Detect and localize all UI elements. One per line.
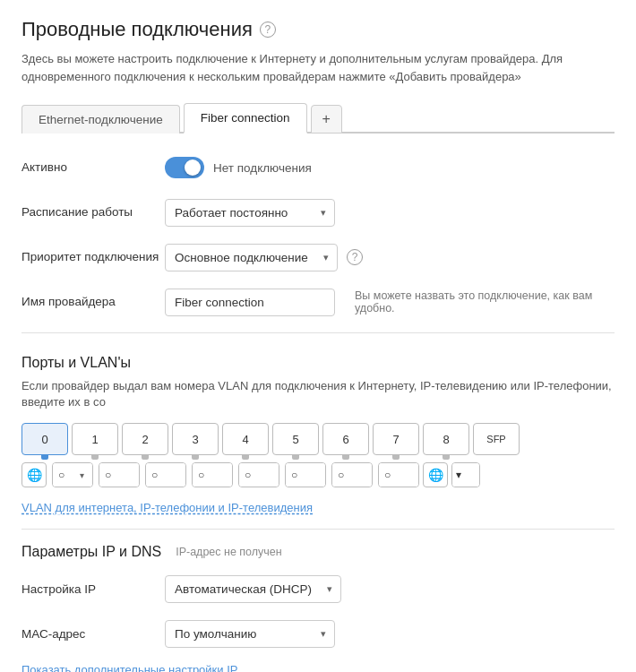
mac-select-wrap: По умолчанию ▾: [165, 620, 335, 648]
ip-select[interactable]: Автоматическая (DHCP): [165, 575, 341, 603]
port-2-select[interactable]: ○: [99, 462, 139, 487]
priority-select[interactable]: Основное подключение: [165, 244, 338, 271]
port-6-select[interactable]: ○: [286, 462, 325, 487]
divider-1: [21, 332, 615, 333]
vlan-link[interactable]: VLAN для интернета, IP-телефонии и IP-те…: [21, 501, 313, 514]
sfp-select-wrap: ▾: [451, 462, 480, 487]
port-1-select[interactable]: ○: [53, 462, 92, 487]
ip-status: IP-адрес не получен: [176, 546, 282, 558]
ip-settings-control: Автоматическая (DHCP) ▾: [165, 575, 341, 603]
port-3-select-wrap: ○: [145, 462, 186, 487]
ip-section-header: Параметры IP и DNS IP-адрес не получен: [21, 544, 615, 560]
port-5-select-wrap: ○: [238, 462, 279, 487]
provider-control: Вы можете назвать это подключение, как в…: [165, 289, 606, 316]
port-box-4[interactable]: 4: [222, 423, 269, 455]
priority-label: Приоритет подключения: [21, 249, 165, 265]
port-cell-4: 4: [222, 423, 269, 455]
sfp-select-cell: 🌐 ▾: [423, 462, 480, 487]
ports-section-title: Порты и VLAN'ы: [21, 355, 615, 371]
ip-settings-label: Настройка IP: [21, 582, 165, 598]
provider-hint: Вы можете назвать это подключение, как в…: [355, 289, 606, 314]
sfp-select[interactable]: ▾: [452, 462, 479, 487]
active-row: Активно Нет подключения: [21, 151, 615, 184]
mac-label: МАС-адрес: [21, 626, 165, 642]
port-3-select[interactable]: ○: [146, 462, 185, 487]
provider-input[interactable]: [165, 289, 335, 316]
port-box-8[interactable]: 8: [423, 423, 469, 455]
port-4-select[interactable]: ○: [193, 462, 232, 487]
port-4-select-wrap: ○: [192, 462, 233, 487]
port-7-select-wrap: ○: [331, 462, 373, 487]
port-0-globe-cell: 🌐: [21, 462, 47, 487]
port-cell-sfp: SFP: [473, 423, 520, 455]
divider-2: [21, 529, 615, 530]
tab-fiber[interactable]: Fiber connection: [184, 103, 307, 134]
globe-icon-sfp: 🌐: [423, 462, 448, 487]
port-2-select-wrap: ○: [99, 462, 140, 487]
port-cell-1: 1: [72, 423, 118, 455]
port-box-2[interactable]: 2: [122, 423, 168, 455]
port-select-row: 🌐 ○ ▾ ○ ○ ○ ○: [21, 462, 615, 487]
port-cell-8: 8: [423, 423, 469, 455]
priority-select-wrap: Основное подключение ▾: [165, 244, 338, 271]
priority-help-icon[interactable]: ?: [347, 249, 363, 265]
port-8-select[interactable]: ○: [379, 462, 418, 487]
page-description: Здесь вы можете настроить подключение к …: [21, 50, 613, 85]
port-1-select-wrap: ○ ▾: [52, 462, 93, 487]
port-cell-3: 3: [172, 423, 219, 455]
ports-container: 0 1 2 3 4: [21, 423, 615, 487]
port-box-1[interactable]: 1: [72, 423, 118, 455]
active-label: Активно: [21, 159, 165, 176]
port-7-select[interactable]: ○: [332, 462, 372, 487]
schedule-row: Расписание работы Работает постоянно ▾: [21, 196, 615, 228]
mac-row: МАС-адрес По умолчанию ▾: [21, 617, 615, 650]
globe-icon-port0: 🌐: [21, 462, 47, 487]
page-header: Проводные подключения ?: [21, 18, 615, 41]
tabs-container: Ethernet-подключение Fiber connection +: [21, 101, 615, 134]
port-box-5[interactable]: 5: [272, 423, 319, 455]
port-box-7[interactable]: 7: [373, 423, 419, 455]
schedule-label: Расписание работы: [21, 204, 165, 220]
tab-add-button[interactable]: +: [311, 105, 342, 134]
ip-select-wrap: Автоматическая (DHCP) ▾: [165, 575, 341, 603]
port-8-select-wrap: ○: [378, 462, 419, 487]
port-box-sfp[interactable]: SFP: [473, 423, 520, 455]
active-control: Нет подключения: [165, 157, 312, 178]
tab-ethernet[interactable]: Ethernet-подключение: [21, 105, 180, 134]
port-cell-0: 0: [21, 423, 68, 455]
priority-row: Приоритет подключения Основное подключен…: [21, 241, 615, 273]
port-box-3[interactable]: 3: [172, 423, 219, 455]
help-icon[interactable]: ?: [260, 22, 276, 38]
port-cell-5: 5: [272, 423, 319, 455]
port-cell-2: 2: [122, 423, 168, 455]
vlan-link-wrap: VLAN для интернета, IP-телефонии и IP-те…: [21, 500, 615, 514]
active-toggle-text: Нет подключения: [213, 161, 312, 175]
ip-settings-row: Настройка IP Автоматическая (DHCP) ▾: [21, 573, 615, 605]
mac-select[interactable]: По умолчанию: [165, 620, 335, 648]
page-title: Проводные подключения: [21, 18, 253, 41]
port-cell-7: 7: [373, 423, 419, 455]
port-cell-6: 6: [322, 423, 369, 455]
priority-control: Основное подключение ▾ ?: [165, 244, 363, 271]
schedule-select[interactable]: Работает постоянно: [165, 199, 335, 227]
mac-control: По умолчанию ▾: [165, 620, 335, 648]
ip-section-title: Параметры IP и DNS: [21, 544, 161, 560]
active-toggle[interactable]: [165, 157, 204, 178]
port-box-0[interactable]: 0: [21, 423, 68, 455]
show-advanced-link[interactable]: Показать дополнительные настройки IP: [21, 663, 237, 672]
ports-section-desc: Если провайдер выдал вам номера VLAN для…: [21, 378, 613, 410]
show-advanced-wrap: Показать дополнительные настройки IP: [21, 662, 615, 672]
port-box-6[interactable]: 6: [322, 423, 369, 455]
schedule-control: Работает постоянно ▾: [165, 199, 335, 227]
provider-label: Имя провайдера: [21, 294, 165, 310]
port-6-select-wrap: ○: [285, 462, 326, 487]
ports-top-row: 0 1 2 3 4: [21, 423, 615, 455]
provider-row: Имя провайдера Вы можете назвать это под…: [21, 286, 615, 318]
schedule-select-wrap: Работает постоянно ▾: [165, 199, 335, 227]
port-5-select[interactable]: ○: [239, 462, 279, 487]
